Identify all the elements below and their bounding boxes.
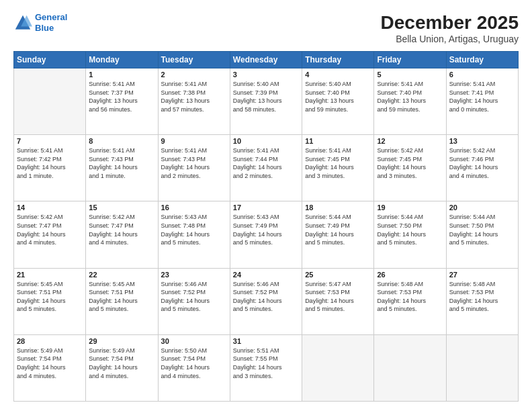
page-title: December 2025 [381,12,519,34]
day-number: 4 [305,71,371,79]
day-info: Sunrise: 5:42 AMSunset: 7:46 PMDaylight:… [449,146,515,180]
calendar-cell: 31Sunrise: 5:51 AMSunset: 7:55 PMDayligh… [230,334,302,401]
calendar-week-4: 21Sunrise: 5:45 AMSunset: 7:51 PMDayligh… [14,268,519,334]
calendar-cell: 25Sunrise: 5:47 AMSunset: 7:53 PMDayligh… [302,268,374,334]
day-number: 15 [89,203,154,212]
day-number: 24 [233,271,299,279]
calendar-cell: 2Sunrise: 5:41 AMSunset: 7:38 PMDaylight… [158,68,230,135]
header: General Blue December 2025 Bella Union, … [13,12,519,44]
logo-icon [13,13,32,32]
calendar-cell [14,68,86,135]
calendar-cell: 15Sunrise: 5:42 AMSunset: 7:47 PMDayligh… [86,201,158,268]
day-number: 30 [161,337,227,345]
calendar-cell: 23Sunrise: 5:46 AMSunset: 7:52 PMDayligh… [158,268,230,334]
calendar-cell: 14Sunrise: 5:42 AMSunset: 7:47 PMDayligh… [14,201,86,268]
calendar-cell: 5Sunrise: 5:41 AMSunset: 7:40 PMDaylight… [374,68,446,135]
day-info: Sunrise: 5:43 AMSunset: 7:48 PMDaylight:… [161,213,227,246]
calendar-cell: 13Sunrise: 5:42 AMSunset: 7:46 PMDayligh… [446,135,518,201]
day-number: 13 [449,137,515,145]
day-number: 12 [377,137,443,145]
calendar-cell: 21Sunrise: 5:45 AMSunset: 7:51 PMDayligh… [14,268,86,334]
calendar-cell: 18Sunrise: 5:44 AMSunset: 7:49 PMDayligh… [302,201,374,268]
calendar-week-5: 28Sunrise: 5:49 AMSunset: 7:54 PMDayligh… [14,334,519,401]
calendar-cell [446,334,518,401]
day-info: Sunrise: 5:41 AMSunset: 7:43 PMDaylight:… [161,146,227,180]
calendar-header-row: Sunday Monday Tuesday Wednesday Thursday… [14,52,519,68]
calendar-week-2: 7Sunrise: 5:41 AMSunset: 7:42 PMDaylight… [14,135,519,201]
day-number: 1 [89,71,154,79]
calendar-cell: 10Sunrise: 5:41 AMSunset: 7:44 PMDayligh… [230,135,302,201]
calendar-cell: 3Sunrise: 5:40 AMSunset: 7:39 PMDaylight… [230,68,302,135]
calendar-cell: 22Sunrise: 5:45 AMSunset: 7:51 PMDayligh… [86,268,158,334]
day-info: Sunrise: 5:50 AMSunset: 7:54 PMDaylight:… [161,347,227,380]
day-info: Sunrise: 5:49 AMSunset: 7:54 PMDaylight:… [17,347,83,380]
day-info: Sunrise: 5:41 AMSunset: 7:38 PMDaylight:… [161,80,227,113]
day-info: Sunrise: 5:41 AMSunset: 7:45 PMDaylight:… [305,146,371,180]
day-number: 8 [89,137,154,145]
day-number: 25 [305,271,371,279]
day-info: Sunrise: 5:40 AMSunset: 7:39 PMDaylight:… [233,80,299,113]
day-number: 9 [161,137,227,145]
calendar-cell: 29Sunrise: 5:49 AMSunset: 7:54 PMDayligh… [86,334,158,401]
col-tuesday: Tuesday [158,52,230,68]
day-number: 26 [377,271,443,279]
calendar-cell: 20Sunrise: 5:44 AMSunset: 7:50 PMDayligh… [446,201,518,268]
day-info: Sunrise: 5:51 AMSunset: 7:55 PMDaylight:… [233,347,299,380]
calendar-cell: 12Sunrise: 5:42 AMSunset: 7:45 PMDayligh… [374,135,446,201]
day-number: 10 [233,137,299,145]
day-info: Sunrise: 5:44 AMSunset: 7:49 PMDaylight:… [305,213,371,246]
day-number: 14 [17,203,83,212]
page-subtitle: Bella Union, Artigas, Uruguay [381,34,519,44]
calendar-cell: 24Sunrise: 5:46 AMSunset: 7:52 PMDayligh… [230,268,302,334]
day-number: 5 [377,71,443,79]
col-sunday: Sunday [14,52,86,68]
calendar-cell: 27Sunrise: 5:48 AMSunset: 7:53 PMDayligh… [446,268,518,334]
calendar-cell: 19Sunrise: 5:44 AMSunset: 7:50 PMDayligh… [374,201,446,268]
calendar-cell [302,334,374,401]
calendar-cell: 28Sunrise: 5:49 AMSunset: 7:54 PMDayligh… [14,334,86,401]
day-info: Sunrise: 5:48 AMSunset: 7:53 PMDaylight:… [449,280,515,314]
day-number: 19 [377,203,443,212]
day-number: 27 [449,271,515,279]
day-info: Sunrise: 5:48 AMSunset: 7:53 PMDaylight:… [377,280,443,314]
day-info: Sunrise: 5:46 AMSunset: 7:52 PMDaylight:… [233,280,299,314]
day-number: 2 [161,71,227,79]
title-block: December 2025 Bella Union, Artigas, Urug… [381,12,519,44]
logo-line2: Blue [35,23,54,33]
day-info: Sunrise: 5:41 AMSunset: 7:37 PMDaylight:… [89,80,154,113]
col-monday: Monday [86,52,158,68]
day-number: 29 [89,337,154,345]
day-info: Sunrise: 5:45 AMSunset: 7:51 PMDaylight:… [17,280,83,314]
logo: General Blue [13,12,67,33]
logo-text: General Blue [35,12,67,33]
day-number: 18 [305,203,371,212]
day-info: Sunrise: 5:49 AMSunset: 7:54 PMDaylight:… [89,347,154,380]
day-info: Sunrise: 5:40 AMSunset: 7:40 PMDaylight:… [305,80,371,113]
calendar-cell: 9Sunrise: 5:41 AMSunset: 7:43 PMDaylight… [158,135,230,201]
day-info: Sunrise: 5:46 AMSunset: 7:52 PMDaylight:… [161,280,227,314]
calendar-cell: 11Sunrise: 5:41 AMSunset: 7:45 PMDayligh… [302,135,374,201]
day-number: 21 [17,271,83,279]
day-info: Sunrise: 5:42 AMSunset: 7:47 PMDaylight:… [17,213,83,246]
day-number: 20 [449,203,515,212]
col-wednesday: Wednesday [230,52,302,68]
col-friday: Friday [374,52,446,68]
calendar-cell: 4Sunrise: 5:40 AMSunset: 7:40 PMDaylight… [302,68,374,135]
day-number: 3 [233,71,299,79]
calendar-cell: 17Sunrise: 5:43 AMSunset: 7:49 PMDayligh… [230,201,302,268]
day-info: Sunrise: 5:41 AMSunset: 7:43 PMDaylight:… [89,146,154,180]
calendar-cell: 6Sunrise: 5:41 AMSunset: 7:41 PMDaylight… [446,68,518,135]
day-number: 11 [305,137,371,145]
day-number: 16 [161,203,227,212]
calendar-cell [374,334,446,401]
calendar-table: Sunday Monday Tuesday Wednesday Thursday… [13,51,519,402]
day-number: 6 [449,71,515,79]
calendar-cell: 7Sunrise: 5:41 AMSunset: 7:42 PMDaylight… [14,135,86,201]
day-info: Sunrise: 5:44 AMSunset: 7:50 PMDaylight:… [377,213,443,246]
page: General Blue December 2025 Bella Union, … [0,0,532,411]
calendar-cell: 26Sunrise: 5:48 AMSunset: 7:53 PMDayligh… [374,268,446,334]
day-info: Sunrise: 5:44 AMSunset: 7:50 PMDaylight:… [449,213,515,246]
logo-line1: General [35,12,67,22]
day-number: 31 [233,337,299,345]
day-info: Sunrise: 5:42 AMSunset: 7:47 PMDaylight:… [89,213,154,246]
